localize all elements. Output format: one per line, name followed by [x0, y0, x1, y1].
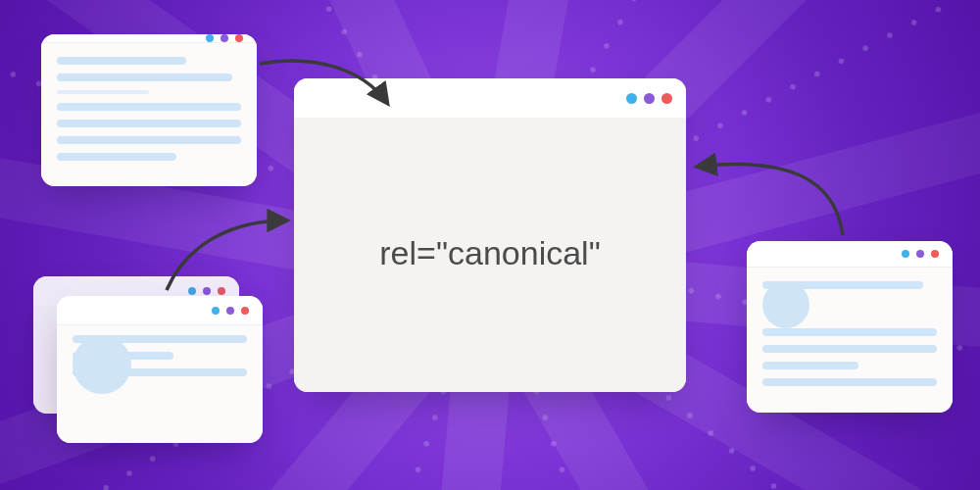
canonical-page: rel="canonical"	[294, 78, 686, 392]
traffic-light-icon	[206, 34, 214, 42]
page-content-placeholder	[57, 325, 263, 443]
avatar-placeholder-icon	[73, 335, 131, 394]
window-titlebar	[57, 296, 263, 325]
traffic-light-icon	[235, 34, 243, 42]
traffic-light-icon	[212, 307, 220, 315]
traffic-light-icon	[916, 250, 924, 258]
traffic-light-icon	[188, 287, 196, 295]
traffic-light-icon	[218, 287, 225, 295]
traffic-light-icon	[203, 287, 211, 295]
arrow-right-to-center	[698, 165, 843, 235]
traffic-light-icon	[902, 250, 909, 258]
duplicate-page-top-left	[41, 34, 257, 186]
avatar-placeholder-icon	[762, 281, 809, 328]
page-content-placeholder	[747, 268, 953, 413]
traffic-light-icon	[226, 307, 234, 315]
window-titlebar	[294, 78, 686, 118]
duplicate-page-right	[747, 241, 953, 413]
window-titlebar	[747, 241, 953, 268]
window-titlebar	[41, 34, 257, 43]
duplicate-page-bottom-left	[57, 296, 263, 443]
traffic-light-icon	[220, 34, 228, 42]
canonical-label: rel="canonical"	[294, 118, 686, 392]
traffic-light-icon	[931, 250, 939, 258]
traffic-light-icon	[626, 93, 637, 104]
page-content-placeholder	[41, 43, 257, 186]
traffic-light-icon	[644, 93, 655, 104]
traffic-light-icon	[662, 93, 672, 104]
traffic-light-icon	[241, 307, 249, 315]
